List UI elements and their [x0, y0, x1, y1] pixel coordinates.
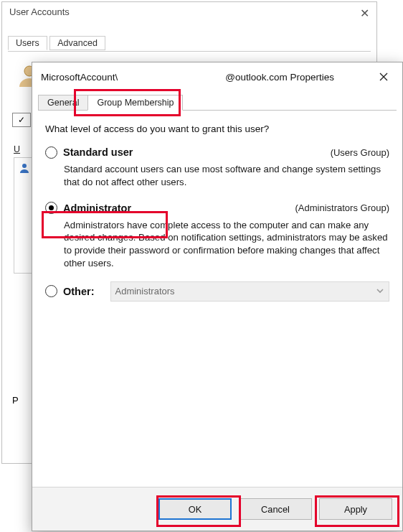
- tab-general[interactable]: General: [38, 95, 88, 111]
- properties-titlebar[interactable]: MicrosoftAccount\@outlook.com Properties: [32, 62, 402, 91]
- group-heading: U: [14, 144, 20, 154]
- ok-button[interactable]: OK: [158, 498, 232, 520]
- administrator-label: Administrator: [63, 202, 131, 214]
- close-icon: [379, 73, 388, 81]
- user-accounts-title-text: User Accounts: [9, 6, 70, 17]
- properties-footer: OK Cancel Apply: [32, 487, 402, 531]
- tab-users[interactable]: Users: [8, 36, 47, 50]
- checkbox-must-enter[interactable]: ✓: [12, 113, 31, 127]
- option-administrator: Administrator (Administrators Group) Adm…: [45, 200, 389, 270]
- properties-content: What level of access do you want to gran…: [32, 111, 402, 487]
- properties-tabs: General Group Membership: [38, 91, 397, 111]
- radio-other[interactable]: [45, 285, 57, 297]
- user-accounts-close-icon[interactable]: ✕: [360, 6, 369, 20]
- user-accounts-title: User Accounts ✕: [2, 2, 376, 28]
- cancel-button[interactable]: Cancel: [239, 498, 312, 520]
- properties-close-button[interactable]: [372, 68, 395, 85]
- access-question: What level of access do you want to gran…: [45, 123, 389, 134]
- password-section-label: P: [12, 395, 19, 406]
- radio-administrator[interactable]: [45, 202, 57, 214]
- radio-standard-user[interactable]: [45, 146, 57, 159]
- administrator-group: (Administrators Group): [295, 202, 389, 213]
- svg-point-2: [22, 164, 27, 168]
- standard-user-desc: Standard account users can use most soft…: [64, 163, 389, 189]
- other-combo-value: Administrators: [115, 286, 175, 297]
- standard-user-label: Standard user: [63, 146, 133, 158]
- standard-user-group: (Users Group): [331, 147, 389, 158]
- other-group-combobox[interactable]: Administrators: [110, 281, 390, 302]
- properties-dialog: MicrosoftAccount\@outlook.com Properties…: [32, 62, 403, 531]
- option-other: Other: Administrators: [45, 281, 389, 302]
- user-accounts-tabs: Users Advanced: [8, 35, 371, 52]
- chevron-down-icon: [376, 286, 384, 297]
- tab-advanced[interactable]: Advanced: [49, 36, 105, 50]
- properties-title: MicrosoftAccount\@outlook.com Properties: [41, 72, 334, 83]
- other-label: Other:: [63, 286, 95, 297]
- user-small-icon: [19, 162, 30, 174]
- option-standard: Standard user (Users Group) Standard acc…: [45, 144, 389, 189]
- tab-group-membership[interactable]: Group Membership: [87, 95, 183, 111]
- administrator-desc: Administrators have complete access to t…: [64, 219, 389, 270]
- apply-button[interactable]: Apply: [319, 498, 392, 520]
